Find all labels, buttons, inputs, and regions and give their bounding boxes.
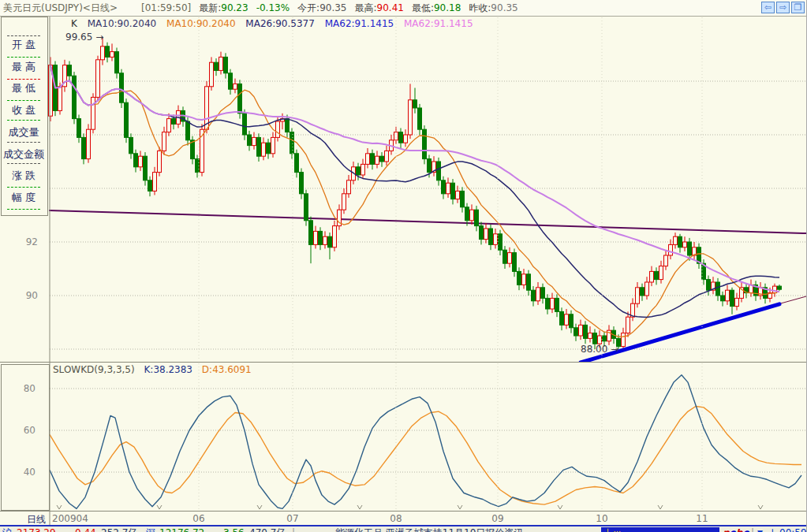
instrument-title: 美元日元(USDJPY)<日线> [3,2,118,15]
scrolling-marquee: ↓ ··· [601,527,719,532]
sidebar-item-high: 最 高 [1,60,47,74]
sz-change-value: 3.56 [223,527,245,532]
statusbar-separator: | [292,527,295,532]
marquee-text: ↓ ··· [604,528,621,532]
slowkd-name: SLOWKD(9,3,3,5) [53,364,135,375]
sidebar-item-change: 涨 跌 [1,169,47,183]
statusbar-separator: | [751,527,754,532]
sidebar-item-amplitude: 幅 度 [1,191,47,205]
kd-axis-label-60: 60 [0,425,35,436]
field-latest-label: 最新: [199,2,221,13]
down-arrow-icon[interactable]: ↓ [768,527,776,532]
trading-app-window: 美元日元(USDJPY)<日线> [01:59:50] 最新:90.23 -0.… [0,0,807,532]
kd-indicator-title: SLOWKD(9,3,3,5) K:38.2383 D:43.6091 [53,364,252,375]
price-axis-label-92: 92 [0,236,38,247]
ma10-label-dark: MA10:90.2040 [88,18,157,29]
ma62-label-blue: MA62:91.1415 [325,18,394,29]
quote-time: [01:59:50] [141,2,191,13]
ma-labels-row: K MA10:90.2040 MA10:90.2040 MA26:90.5377… [71,18,480,29]
sh-volume-value: 252.7亿 [101,527,137,532]
month-label: 07 [279,513,306,524]
month-label: 06 [185,513,212,524]
quote-bar: 美元日元(USDJPY)<日线> [01:59:50] 最新:90.23 -0.… [0,0,807,17]
price-axis-label-90: 90 [0,290,38,301]
field-high-label: 最高: [355,2,377,13]
ma10-label-orange: MA10:90.2040 [166,18,236,29]
sidebar-item-open: 开 盘 [1,38,47,52]
field-open-label: 今开: [297,2,319,13]
field-open-value: 90.35 [319,2,346,13]
kd-axis-label-80: 80 [0,383,35,394]
field-latest-value: 90.23 [221,2,248,13]
slowkd-d-value: D:43.6091 [202,364,252,375]
statusbar-clock: 00:59 [779,527,807,532]
sz-market-label: 深 [146,527,155,532]
sidebar-item-close: 收 盘 [1,103,47,117]
month-label: 09 [484,513,511,524]
sidebar-divider [7,187,40,188]
sidebar-divider [7,142,40,143]
forward-arrow-icon[interactable]: ⇨ [776,2,790,13]
sz-index-value: 12176.72 [159,527,204,532]
window-nav-icons: ⇦ ⇨ ❐ [761,2,805,13]
sort-triangle-icon[interactable]: ▼ [757,527,763,532]
high-price-annotation: 99.65 → [65,32,103,43]
sidebar-divider [7,209,40,210]
sh-change-value: 0.44 [75,527,96,532]
sidebar-divider [7,120,40,121]
back-arrow-icon[interactable]: ⇦ [761,2,775,13]
ma62-label-pink: MA62:91.1415 [404,18,473,29]
x-axis: 日线 200904 06 07 08 09 10 11 [0,512,807,525]
pobo-logo: pobo [723,527,749,532]
sz-volume-value: 470.7亿 [249,527,286,532]
month-label: 200904 [52,513,99,524]
sh-market-label: 沪 [2,527,12,532]
month-label: 08 [383,513,409,524]
sidebar-divider [7,35,40,36]
sidebar-divider [7,163,40,164]
field-change-pct: -0.13% [256,2,290,13]
chart-canvas[interactable] [0,0,807,532]
month-label: 11 [689,513,715,524]
field-low-value: 90.18 [434,2,461,13]
sidebar-item-low: 最 低 [1,81,47,95]
month-label: 10 [588,513,615,524]
field-prevclose-value: 90.35 [491,2,517,13]
field-high-value: 90.41 [377,2,404,13]
kd-axis-label-40: 40 [0,467,35,478]
status-bar: 沪 2173.29 0.44 252.7亿 深 12176.72 3.56 47… [0,526,807,532]
sidebar-divider [7,57,40,58]
sidebar-item-turnover: 成交金额 [1,147,47,162]
slowkd-k-value: K:38.2383 [144,364,192,375]
sh-index-value: 2173.29 [17,527,56,532]
sidebar-item-volume: 成交量 [1,125,47,140]
indicator-k-label: K [71,18,77,29]
low-price-annotation: 88.00 → [581,344,618,355]
sidebar-divider [7,79,40,80]
field-low-label: 最低: [412,2,434,13]
field-prevclose-label: 昨收: [469,2,491,13]
news-ticker[interactable]: 能源化工品 亚洲子城支持11月10日报价资讯 [335,527,523,532]
ma26-label: MA26:90.5377 [245,18,315,29]
sidebar-divider [7,100,40,101]
cascade-windows-icon[interactable]: ❐ [791,2,805,13]
